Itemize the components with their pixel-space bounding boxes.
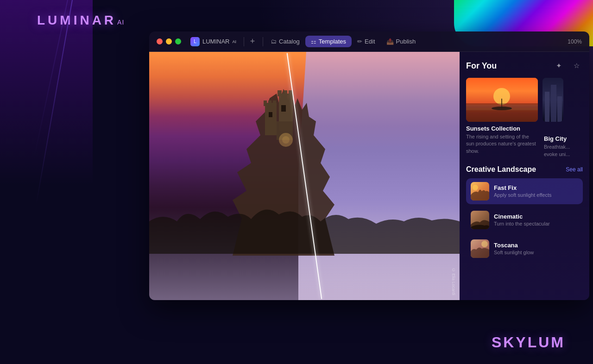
templates-icon: ⚏ bbox=[311, 38, 316, 45]
cinematic-name: Cinematic bbox=[494, 213, 578, 220]
bigcity-info: Big City Breathtak...evoke uni... bbox=[544, 135, 589, 158]
edit-icon: ✏ bbox=[357, 38, 362, 45]
app-icon: L bbox=[190, 37, 200, 46]
fastfix-sub: Apply soft sunlight effects bbox=[494, 192, 578, 198]
publish-label: Publish bbox=[396, 38, 416, 45]
vegetation-silhouette bbox=[149, 184, 460, 254]
zoom-level: 100% bbox=[568, 38, 589, 45]
sunsets-card-desc: The rising and setting of the sun produc… bbox=[466, 133, 538, 155]
creative-landscape-title: Creative Landscape bbox=[466, 165, 536, 174]
favorites-button[interactable]: ☆ bbox=[570, 59, 583, 72]
right-panel: For You ✦ ☆ bbox=[460, 52, 589, 300]
cinematic-sub: Turn into the spectacular bbox=[494, 221, 578, 226]
svg-rect-1 bbox=[264, 100, 267, 106]
cinematic-info: Cinematic Turn into the spectacular bbox=[494, 213, 578, 226]
app-logo: LUMINAR AI bbox=[37, 13, 124, 28]
toscana-sub: Soft sunlight glow bbox=[494, 250, 578, 255]
collection-card-sunsets[interactable]: Sunsets Collection The rising and settin… bbox=[466, 78, 538, 155]
for-you-header: For You ✦ ☆ bbox=[466, 59, 583, 72]
svg-point-27 bbox=[481, 241, 488, 247]
publish-icon: 📤 bbox=[386, 38, 394, 45]
svg-rect-5 bbox=[278, 90, 282, 96]
toscana-info: Toscana Soft sunlight glow bbox=[494, 242, 578, 255]
see-all-button[interactable]: See all bbox=[566, 166, 583, 173]
separator-2 bbox=[263, 37, 263, 46]
template-item-cinematic[interactable]: Cinematic Turn into the spectacular bbox=[466, 207, 583, 233]
template-item-toscana[interactable]: Toscana Soft sunlight glow bbox=[466, 236, 583, 262]
cinematic-thumbnail bbox=[471, 211, 489, 229]
svg-rect-6 bbox=[283, 90, 287, 96]
publish-tab[interactable]: 📤 Publish bbox=[381, 36, 422, 47]
catalog-icon: 🗂 bbox=[271, 38, 277, 45]
catalog-tab[interactable]: 🗂 Catalog bbox=[265, 36, 305, 47]
toscana-name: Toscana bbox=[494, 242, 578, 249]
templates-label: Templates bbox=[319, 38, 346, 45]
fastfix-name: Fast Fix bbox=[494, 184, 578, 191]
add-button[interactable]: + bbox=[246, 35, 259, 48]
svg-rect-2 bbox=[268, 100, 271, 106]
main-window: L LUMINAR AI + 🗂 Catalog ⚏ Templates ✏ E… bbox=[149, 31, 589, 300]
bigcity-thumbnail bbox=[543, 78, 563, 122]
svg-rect-10 bbox=[269, 112, 272, 117]
catalog-label: Catalog bbox=[279, 38, 300, 45]
svg-rect-9 bbox=[281, 105, 286, 112]
svg-rect-18 bbox=[466, 105, 538, 110]
separator-1 bbox=[244, 37, 244, 46]
for-you-title: For You bbox=[466, 61, 497, 71]
svg-rect-3 bbox=[273, 100, 276, 106]
svg-rect-14 bbox=[466, 108, 538, 122]
edit-tab[interactable]: ✏ Edit bbox=[352, 36, 380, 47]
app-title-text: LUMINAR bbox=[202, 38, 230, 45]
svg-point-24 bbox=[473, 185, 478, 190]
close-button[interactable] bbox=[157, 38, 163, 44]
minimize-button[interactable] bbox=[166, 38, 172, 44]
traffic-lights bbox=[149, 38, 189, 44]
template-item-fastfix[interactable]: Fast Fix Apply soft sunlight effects bbox=[466, 178, 583, 204]
app-title-ai: AI bbox=[233, 39, 237, 44]
svg-rect-21 bbox=[551, 85, 556, 122]
sunsets-card-name: Sunsets Collection bbox=[466, 125, 538, 132]
logo-ai: AI bbox=[117, 19, 124, 26]
svg-rect-0 bbox=[265, 103, 277, 135]
creative-landscape-header: Creative Landscape See all bbox=[466, 165, 583, 174]
skylum-brand: SKYLUM bbox=[492, 334, 565, 351]
fastfix-info: Fast Fix Apply soft sunlight effects bbox=[494, 184, 578, 198]
svg-point-16 bbox=[492, 107, 512, 110]
app-title-area: L LUMINAR AI bbox=[189, 37, 242, 46]
magic-wand-button[interactable]: ✦ bbox=[552, 59, 565, 72]
copyright-text: © Elia Locardi bbox=[451, 268, 456, 295]
panel-icon-buttons: ✦ ☆ bbox=[552, 59, 583, 72]
logo-text: LUMINAR bbox=[37, 13, 116, 28]
edit-label: Edit bbox=[365, 38, 375, 45]
fastfix-thumbnail bbox=[471, 182, 489, 201]
bigcity-card-desc: Breathtak...evoke uni... bbox=[544, 144, 589, 158]
svg-rect-22 bbox=[557, 96, 562, 122]
photo-area: © Elia Locardi bbox=[149, 52, 460, 300]
toscana-thumbnail bbox=[471, 239, 489, 258]
left-gradient-decoration bbox=[0, 0, 93, 185]
bigcity-card-name: Big City bbox=[544, 135, 589, 142]
sunsets-thumbnail bbox=[466, 78, 538, 122]
svg-point-12 bbox=[282, 136, 290, 144]
maximize-button[interactable] bbox=[175, 38, 181, 44]
templates-tab[interactable]: ⚏ Templates bbox=[305, 36, 352, 47]
svg-rect-20 bbox=[545, 92, 549, 122]
titlebar: L LUMINAR AI + 🗂 Catalog ⚏ Templates ✏ E… bbox=[149, 31, 589, 52]
